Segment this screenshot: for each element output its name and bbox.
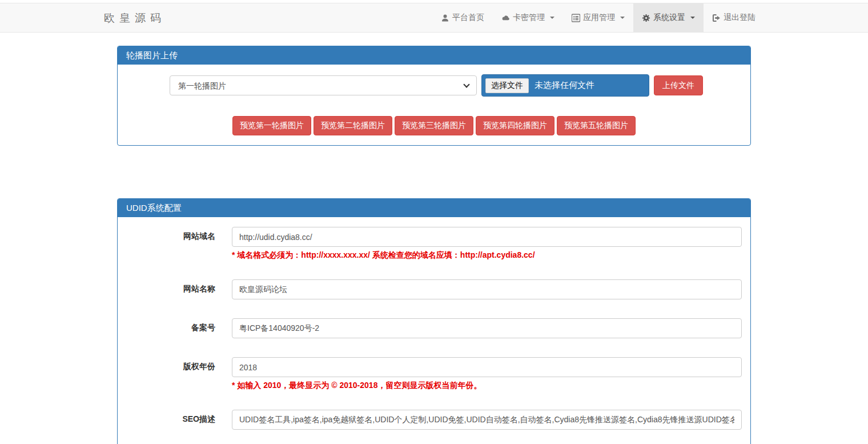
nav-item-label: 平台首页	[452, 13, 484, 23]
icp-number-field	[232, 318, 742, 338]
user-icon	[441, 14, 449, 22]
nav-item-label: 应用管理	[583, 13, 615, 23]
form-group-site-domain: 网站域名 * 域名格式必须为：http://xxxx.xxx.xx/ 系统检查您…	[126, 227, 742, 261]
file-input[interactable]: 选择文件 未选择任何文件	[481, 74, 649, 97]
nav-item-label: 退出登陆	[724, 13, 756, 23]
sign-out-icon	[712, 14, 721, 22]
copyright-year-input[interactable]	[232, 357, 742, 377]
site-name-label: 网站名称	[126, 279, 232, 299]
seo-description-input[interactable]	[232, 410, 742, 430]
cloud-icon	[501, 14, 510, 22]
list-icon	[572, 14, 580, 22]
site-name-field	[232, 279, 742, 299]
carousel-upload-panel-title: 轮播图片上传	[118, 46, 750, 65]
site-domain-input[interactable]	[232, 227, 742, 247]
file-status-text: 未选择任何文件	[535, 80, 594, 91]
preview-slide-3-button[interactable]: 预览第三轮播图片	[395, 116, 473, 135]
icp-number-input[interactable]	[232, 318, 742, 338]
navbar-inner: 欧皇源码 平台首页 卡密管理 应用管理	[104, 3, 764, 32]
upload-button[interactable]: 上传文件	[654, 75, 703, 95]
nav-item-platform-home[interactable]: 平台首页	[432, 3, 493, 32]
form-group-copyright-year: 版权年份 * 如输入 2010，最终显示为 © 2010-2018，留空则显示版…	[126, 357, 742, 391]
carousel-slot-select-wrap: 第一轮播图片	[170, 75, 477, 95]
form-group-icp-number: 备案号	[126, 318, 742, 338]
site-domain-label: 网站域名	[126, 227, 232, 261]
preview-slide-2-button[interactable]: 预览第二轮播图片	[314, 116, 392, 135]
site-domain-hint: * 域名格式必须为：http://xxxx.xxx.xx/ 系统检查您的域名应填…	[232, 249, 742, 261]
nav-item-card-management[interactable]: 卡密管理	[493, 3, 563, 32]
preview-slide-5-button[interactable]: 预览第五轮播图片	[557, 116, 636, 135]
nav-item-system-settings[interactable]: 系统设置	[633, 3, 704, 32]
caret-down-icon	[690, 17, 695, 19]
brand[interactable]: 欧皇源码	[104, 3, 166, 32]
copyright-year-field: * 如输入 2010，最终显示为 © 2010-2018，留空则显示版权当前年份…	[232, 357, 742, 391]
form-group-site-name: 网站名称	[126, 279, 742, 299]
main-content: 轮播图片上传 第一轮播图片 选择文件 未选择任何文件 上传文件 预览第一轮播图片…	[117, 46, 751, 444]
nav-item-logout[interactable]: 退出登陆	[704, 3, 764, 32]
navbar: 欧皇源码 平台首页 卡密管理 应用管理	[0, 3, 868, 33]
seo-description-label: SEO描述	[126, 410, 232, 430]
preview-slide-4-button[interactable]: 预览第四轮播图片	[476, 116, 554, 135]
carousel-slot-select[interactable]: 第一轮播图片	[170, 75, 477, 95]
caret-down-icon	[550, 17, 554, 19]
site-name-input[interactable]	[232, 279, 742, 299]
udid-config-panel-body: 网站域名 * 域名格式必须为：http://xxxx.xxx.xx/ 系统检查您…	[118, 217, 750, 444]
copyright-year-label: 版权年份	[126, 357, 232, 391]
icp-number-label: 备案号	[126, 318, 232, 338]
nav-item-app-management[interactable]: 应用管理	[563, 3, 633, 32]
seo-description-field	[232, 410, 742, 430]
choose-file-button[interactable]: 选择文件	[485, 78, 529, 93]
form-group-seo-description: SEO描述	[126, 410, 742, 430]
carousel-upload-panel: 轮播图片上传 第一轮播图片 选择文件 未选择任何文件 上传文件 预览第一轮播图片…	[117, 46, 751, 146]
nav-item-label: 卡密管理	[513, 13, 545, 23]
preview-slide-1-button[interactable]: 预览第一轮播图片	[232, 116, 311, 135]
udid-config-panel-title: UDID系统配置	[118, 199, 750, 217]
gear-icon	[642, 14, 650, 22]
nav-item-label: 系统设置	[653, 13, 685, 23]
caret-down-icon	[620, 17, 625, 19]
nav-menu: 平台首页 卡密管理 应用管理 系统设置	[432, 3, 764, 32]
preview-buttons-row: 预览第一轮播图片 预览第二轮播图片 预览第三轮播图片 预览第四轮播图片 预览第五…	[126, 116, 742, 135]
copyright-year-hint: * 如输入 2010，最终显示为 © 2010-2018，留空则显示版权当前年份…	[232, 379, 742, 391]
upload-row: 第一轮播图片 选择文件 未选择任何文件 上传文件	[170, 75, 742, 97]
site-domain-field: * 域名格式必须为：http://xxxx.xxx.xx/ 系统检查您的域名应填…	[232, 227, 742, 261]
carousel-upload-panel-body: 第一轮播图片 选择文件 未选择任何文件 上传文件 预览第一轮播图片 预览第二轮播…	[118, 65, 750, 145]
udid-config-panel: UDID系统配置 网站域名 * 域名格式必须为：http://xxxx.xxx.…	[117, 198, 751, 444]
